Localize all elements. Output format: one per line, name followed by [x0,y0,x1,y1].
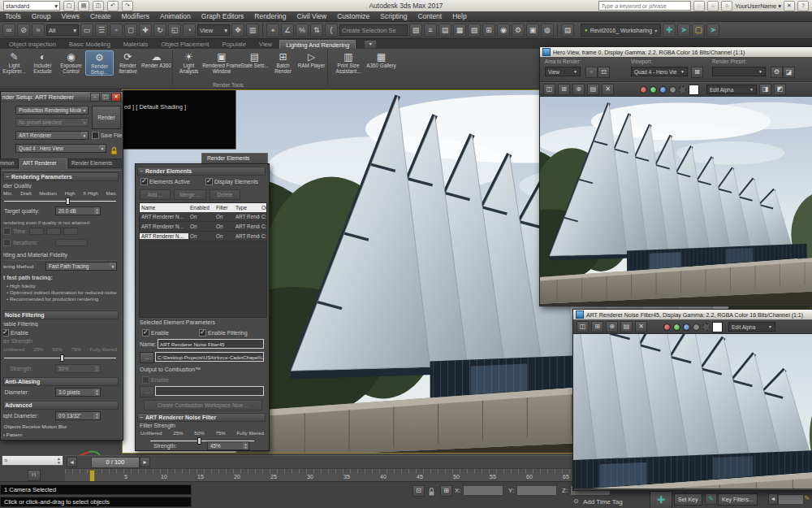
green-channel-toggle[interactable] [673,323,680,331]
tab-art-renderer[interactable]: ART Renderer [19,158,67,169]
panel-strength-spinner[interactable]: 45%▲▼ [207,441,249,450]
browse-output-button[interactable]: ... [140,352,154,363]
rendered-frame-window-noise-filter[interactable]: ART Renderer Noise Filter45, Display Gam… [572,309,812,491]
copy-image-icon[interactable]: ⊞ [591,321,603,332]
ribbon-tab-lighting-and-rendering[interactable]: Lighting And Rendering [279,40,356,49]
ribbon-tab-basic-modeling[interactable]: Basic Modeling [63,40,116,49]
mirror-icon[interactable]: ▧ [409,24,422,37]
snapshot-icon[interactable]: ◨ [759,84,771,95]
selection-filter-dropdown[interactable]: All▾ [46,24,79,36]
lock-viewport-icon[interactable]: ⊠ [691,67,703,78]
key-mode-icon[interactable]: ✎ [804,494,810,502]
layer-manager-icon[interactable]: ▤ [438,24,451,37]
render-button[interactable]: Render [92,106,121,129]
angle-snap-icon[interactable]: ∠ [281,24,294,37]
menu-rendering[interactable]: Rendering [254,12,286,20]
iterations-row[interactable]: Iterations: [3,239,88,246]
include-exclude-button[interactable]: ◐Include/ Exclude [28,50,57,74]
blue-channel-toggle[interactable] [683,323,690,331]
enable-filtering-checkbox[interactable]: Enable Filtering [3,321,68,327]
select-manipulate-icon[interactable]: ✥ [231,24,244,37]
rendered-frame-window-button[interactable]: ▣Rendered Frame Window [203,50,240,74]
rollout-rendering-parameters[interactable]: Rendering Parameters [3,172,119,181]
scale-icon[interactable]: ◱ [168,24,181,37]
favorites-star-icon[interactable]: ☆ [707,1,719,11]
environment-icon[interactable]: ◪ [783,67,795,78]
bind-spacewarp-icon[interactable]: ≈ [32,24,45,37]
tab-render-elements[interactable]: Render Elements [68,158,122,168]
current-time-field[interactable] [778,494,804,505]
percent-snap-icon[interactable]: % [296,24,309,37]
column-type[interactable]: Type [234,205,260,211]
rotate-icon[interactable]: ↻ [153,24,166,37]
create-combustion-workspace-button[interactable]: Create Combustion Workspace Now ... [144,400,262,410]
graphite-toggle-icon[interactable]: ▦ [453,24,466,37]
clear-color-swatch[interactable] [689,85,699,95]
elements-list[interactable]: NameEnabledFilterTypeOutputART Renderer … [139,202,267,318]
enable-checkbox[interactable]: Enable [3,329,52,336]
render-setup-button[interactable]: ⚙Render Setup... [85,50,114,76]
clone-window-icon[interactable]: ⊕ [572,84,585,95]
monochrome-toggle[interactable] [669,86,676,93]
combustion-path-field[interactable] [155,386,264,396]
select-cursor-icon[interactable]: ▢ [692,24,705,37]
a360-gallery-button[interactable]: ▦A360 Gallery [367,50,395,68]
menu-animation[interactable]: Animation [160,12,191,20]
render-setup-dialog[interactable]: Render Setup: ART Renderer –▢✕ Productio… [0,91,123,441]
monochrome-toggle[interactable] [693,323,700,331]
rfw1-titlebar[interactable]: Hero View, frame 0, Display Gamma: 2.2, … [540,47,812,57]
named-selection-input[interactable]: Create Selection Se [339,24,408,36]
target-dropdown[interactable]: Production Rendering Mode▼ [15,106,89,115]
view-to-render-dropdown[interactable]: Quad 4 : Hero View▼ [15,144,106,153]
y-coordinate-field[interactable] [516,485,557,496]
rendered-frame-icon[interactable]: ▣ [526,24,539,37]
table-row[interactable]: ART Renderer N...OnOnART Rendere...C:\ [140,212,266,222]
set-key-button[interactable]: Set Key [674,493,702,506]
isolate-selection-icon[interactable]: ⊡ [412,485,425,497]
save-image-icon[interactable]: ◫ [543,84,555,95]
time-limit-row[interactable]: Time: [3,228,78,235]
render-production-icon[interactable]: ◍ [541,24,554,37]
column-enabled[interactable]: Enabled [188,205,214,211]
menu-tools[interactable]: Tools [5,12,21,20]
viewport-label[interactable]: [ Defined ] [ Default Shading ] [124,103,222,111]
minimize-button[interactable]: – [90,93,100,102]
close-button[interactable]: ✕ [111,93,121,102]
blue-channel-toggle[interactable] [659,86,667,93]
menu-content[interactable]: Content [417,12,442,20]
move-icon[interactable]: ✚ [139,24,152,37]
save-file-button[interactable]: ◫ [93,1,104,11]
rollout-render-elements[interactable]: Render Elements [137,167,266,176]
print-image-icon[interactable]: ▤ [620,321,633,332]
area-to-render-dropdown[interactable]: View▼ [545,67,581,76]
previous-key-icon[interactable]: ◂ [768,493,778,505]
next-frame-button[interactable]: ▸ [140,457,150,467]
ribbon-tab-view[interactable]: View [253,40,278,49]
print-image-icon[interactable]: ▤ [587,84,599,95]
render-setup-icon[interactable]: ⚙ [512,24,525,37]
new-file-button[interactable]: ▢ [63,1,75,11]
rollout-noise-filtering[interactable]: Noise Filtering [3,310,119,319]
menu-customize[interactable]: Customize [337,12,369,20]
mini-listener-bar[interactable]: ≡▲▼ [2,455,63,466]
select-object-icon[interactable]: ▭ [80,24,93,37]
key-filters-button[interactable]: Key Filters... [718,493,758,506]
filter-diameter-spinner[interactable]: 3.0 pixels▲▼ [55,388,101,397]
set-keys-button[interactable]: ✚ [650,491,672,508]
keyboard-shortcut-icon[interactable]: ▥ [246,24,259,37]
rollout-art-noise-filter[interactable]: ART Renderer Noise Filter [137,413,266,422]
save-image-icon[interactable]: ◫ [577,321,589,332]
lock-view-icon[interactable] [110,144,119,158]
ribbon-tab-object-inspection[interactable]: Object Inspection [3,40,62,49]
channel-display-dropdown[interactable]: Edit Alpha▼ [728,322,775,332]
render-a360-button[interactable]: ☁Render A360 [142,50,171,68]
rect-region-icon[interactable]: ▫ [110,24,123,37]
menu-help[interactable]: Help [452,12,466,20]
rollout-anti-aliasing[interactable]: Anti-Aliasing [3,377,119,386]
render-elements-tab[interactable]: Render Elements [201,153,268,164]
spinner-snap-icon[interactable]: ⇅ [310,24,323,37]
menu-modifiers[interactable]: Modifiers [122,12,149,20]
elements-active-checkbox[interactable]: Elements Active [140,178,190,185]
render-setup-titlebar[interactable]: Render Setup: ART Renderer –▢✕ [1,92,123,102]
clone-window-icon[interactable]: ⊕ [606,321,618,332]
